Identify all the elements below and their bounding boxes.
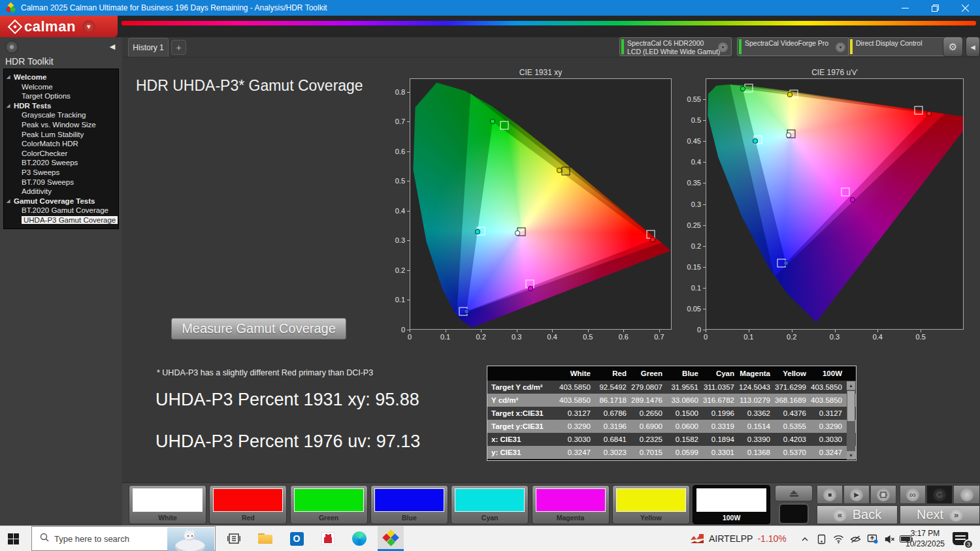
table-cell: 0.3247	[559, 449, 595, 456]
close-button[interactable]	[950, 0, 980, 16]
sidebar-item-uhda-p3-gamut-coverage[interactable]: UHDA-P3 Gamut Coverage	[4, 215, 118, 225]
file-explorer-icon[interactable]	[252, 526, 278, 551]
tray-device-icon[interactable]	[815, 533, 828, 545]
device-meter-1[interactable]: SpectraCal C6 HDR2000LCD (LED White Wide…	[619, 37, 732, 56]
percent-1976-readout: UHDA-P3 Percent 1976 uv: 97.13	[155, 432, 420, 452]
sidebar-item-peak-lum-stability[interactable]: Peak Lum Stability	[4, 130, 118, 140]
x-tick-label: 0.1	[440, 333, 450, 341]
stop-button[interactable]: ■	[817, 485, 843, 504]
pattern-swatch-white[interactable]: White	[129, 485, 206, 524]
start-button[interactable]	[8, 533, 19, 544]
blank-round-button[interactable]	[953, 485, 980, 504]
pattern-swatch-green[interactable]: Green	[290, 485, 368, 524]
sidebar: ◀ HDR Toolkit ◢WelcomeWelcomeTarget Opti…	[0, 37, 122, 526]
pattern-window-button[interactable]	[870, 485, 896, 504]
swatch-color-chip	[455, 488, 525, 512]
pattern-window-eject-button[interactable]	[775, 485, 813, 501]
expander-icon[interactable]: ◢	[7, 197, 10, 206]
calman-taskbar-icon[interactable]	[378, 526, 404, 551]
sidebar-item-grayscale-tracking[interactable]: Grayscale Tracking	[4, 110, 118, 120]
continuous-measure-button[interactable]: ∞	[900, 485, 926, 504]
restore-button[interactable]	[920, 0, 950, 16]
sidebar-item-target-options[interactable]: Target Options	[4, 91, 118, 101]
sidebar-item-gamut-coverage-tests[interactable]: ◢Gamut Coverage Tests	[4, 197, 118, 206]
x-tick-label: 0.4	[547, 333, 557, 341]
speaker-muted-icon[interactable]	[883, 533, 896, 545]
tray-chevron-icon[interactable]	[798, 533, 811, 545]
pattern-swatch-red[interactable]: Red	[209, 485, 287, 524]
measured-point-blue	[783, 260, 789, 266]
pattern-swatch-100w[interactable]: 100W	[693, 485, 770, 524]
y-tick-label: 0.5	[395, 177, 405, 185]
minimize-button[interactable]	[890, 0, 920, 16]
stock-ticker-widget[interactable]: AIRTELPP -1.10%	[690, 526, 787, 551]
sidebar-item-colorchecker[interactable]: ColorChecker	[4, 149, 118, 159]
sidebar-collapse-icon[interactable]: ◀	[106, 40, 118, 52]
sidebar-item-welcome[interactable]: Welcome	[4, 82, 118, 92]
y-tick-label: 0.6	[395, 148, 405, 155]
sidebar-item-label: Peak Lum Stability	[22, 131, 84, 138]
taskbar-search[interactable]: Type here to search	[31, 526, 216, 551]
table-scroll-thumb[interactable]	[847, 391, 855, 421]
chevron-down-icon[interactable]: ▼	[718, 42, 728, 52]
expander-icon[interactable]: ◢	[7, 72, 10, 82]
target-marker-green	[500, 121, 508, 129]
taskbar-clock[interactable]: 3:17 PM 10/23/2025	[904, 528, 947, 549]
table-header-cell: White	[559, 370, 595, 377]
settings-gear-button[interactable]: ⚙	[943, 37, 963, 57]
play-button[interactable]: ▶	[843, 485, 870, 504]
pattern-swatch-blue[interactable]: Blue	[370, 485, 448, 524]
table-header-cell: Blue	[667, 370, 703, 377]
sidebar-item-peak-vs-window-size[interactable]: Peak vs. Window Size	[4, 120, 118, 130]
refresh-button[interactable]	[926, 485, 953, 504]
sidebar-item-bt-709-sweeps[interactable]: BT.709 Sweeps	[4, 178, 118, 187]
pattern-swatch-magenta[interactable]: Magenta	[532, 485, 610, 524]
task-view-icon[interactable]	[221, 526, 247, 551]
eye-blocked-icon[interactable]	[849, 533, 862, 545]
table-cell: 0.4203	[775, 435, 811, 443]
wifi-icon[interactable]	[832, 533, 845, 545]
sidebar-item-hdr-tests[interactable]: ◢HDR Tests	[4, 101, 118, 111]
device-meter-2[interactable]: SpectraCal VideoForge Pro▼	[737, 37, 849, 56]
workflow-home-button[interactable]	[5, 40, 18, 54]
add-tab-button[interactable]: +	[171, 40, 186, 55]
y-tick-label: 0.1	[395, 296, 405, 304]
table-cell: 113.0279	[739, 396, 775, 404]
table-cell: 0.3247	[811, 449, 847, 456]
x-tick	[659, 330, 660, 332]
sidebar-item-bt-2020-gamut-coverage[interactable]: BT.2020 Gamut Coverage	[4, 206, 118, 215]
outlook-icon[interactable]: O	[284, 526, 310, 551]
edge-browser-icon[interactable]	[346, 526, 372, 551]
table-cell: 0.3127	[559, 409, 595, 417]
sidebar-item-additivity[interactable]: Additivity	[4, 187, 118, 197]
y-tick	[407, 240, 410, 241]
sidebar-item-colormatch-hdr[interactable]: ColorMatch HDR	[4, 139, 118, 149]
chevron-down-icon[interactable]: ▼	[836, 42, 845, 52]
next-button[interactable]: Next»	[900, 505, 980, 524]
table-cell: 0.3127	[811, 409, 847, 417]
sidebar-item-label: P3 Sweeps	[22, 168, 59, 176]
panel-collapse-button[interactable]: ◂	[966, 37, 980, 57]
search-highlight-image[interactable]	[167, 527, 214, 551]
uhda-p3-footnote: * UHDA-P3 has a slightly different Red p…	[157, 368, 373, 377]
table-scroll-down-button[interactable]: ▼	[847, 451, 855, 460]
pattern-swatch-cyan[interactable]: Cyan	[451, 485, 529, 524]
swatch-color-chip	[213, 488, 283, 512]
sidebar-item-welcome[interactable]: ◢Welcome	[4, 72, 118, 82]
table-scrollbar[interactable]: ▲ ▼	[847, 381, 855, 460]
gift-app-icon[interactable]	[315, 526, 341, 551]
pattern-bar: WhiteRedGreenBlueCyanMagentaYellow100W ■…	[122, 482, 980, 526]
swatch-color-chip	[536, 488, 606, 512]
table-scroll-up-button[interactable]: ▲	[847, 381, 855, 390]
expander-icon[interactable]: ◢	[7, 101, 10, 111]
pattern-swatch-yellow[interactable]: Yellow	[612, 485, 690, 524]
logo-menu-button[interactable]: ▼	[82, 20, 95, 33]
y-tick-label: 0.25	[687, 221, 701, 229]
measure-gamut-coverage-button[interactable]: Measure Gamut Coverage	[171, 318, 346, 339]
tab-history-1[interactable]: History 1	[128, 38, 169, 57]
back-button[interactable]: «Back	[817, 505, 898, 524]
sidebar-item-bt-2020-sweeps[interactable]: BT.2020 Sweeps	[4, 158, 118, 168]
sidebar-item-p3-sweeps[interactable]: P3 Sweeps	[4, 168, 118, 178]
screen-share-icon[interactable]	[866, 533, 879, 545]
notification-center-icon[interactable]: 3	[953, 532, 968, 545]
